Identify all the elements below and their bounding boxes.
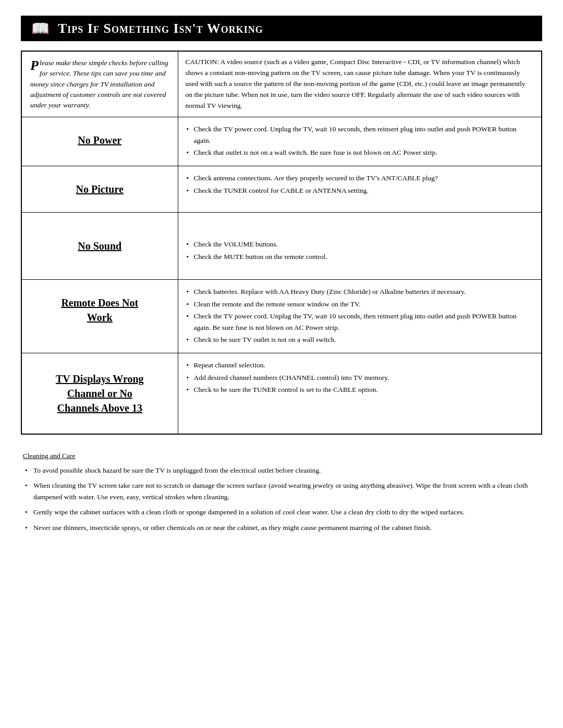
no-power-list: Check the TV power cord. Unplug the TV, …	[186, 124, 534, 158]
list-item: Add desired channel numbers (CHANNEL con…	[186, 372, 534, 384]
list-item: Check batteries. Replace with AA Heavy D…	[186, 286, 534, 298]
page-title: Tips If Something Isn't Working	[58, 21, 263, 36]
intro-cell: Please make these simple checks before c…	[21, 51, 178, 117]
no-sound-row: No Sound Check the VOLUME buttons. Check…	[21, 213, 542, 280]
tv-channel-label-cell: TV Displays WrongChannel or NoChannels A…	[21, 353, 178, 435]
list-item: When cleaning the TV screen take care no…	[23, 480, 540, 502]
intro-text: Please make these simple checks before c…	[30, 58, 169, 110]
list-item: Gently wipe the cabinet surfaces with a …	[23, 507, 540, 518]
remote-label-cell: Remote Does NotWork	[21, 280, 178, 353]
tv-channel-label: TV Displays WrongChannel or NoChannels A…	[30, 372, 169, 415]
page-header: 📖 Tips If Something Isn't Working	[21, 16, 542, 41]
remote-solutions: Check batteries. Replace with AA Heavy D…	[178, 280, 542, 353]
cleaning-list: To avoid possible shock hazard be sure t…	[23, 465, 540, 534]
cleaning-title: Cleaning and Care	[23, 450, 540, 462]
tv-channel-solutions: Repeat channel selection. Add desired ch…	[178, 353, 542, 435]
caution-cell: CAUTION: A video source (such as a video…	[178, 51, 542, 117]
no-picture-label: No Picture	[30, 182, 169, 196]
book-icon: 📖	[31, 20, 50, 37]
no-picture-solutions: Check antenna connections. Are they prop…	[178, 166, 542, 213]
list-item: Never use thinners, insecticide sprays, …	[23, 522, 540, 534]
list-item: Check the MUTE button on the remote cont…	[186, 251, 534, 263]
remote-label: Remote Does NotWork	[30, 295, 169, 325]
no-picture-row: No Picture Check antenna connections. Ar…	[21, 166, 542, 213]
no-sound-solutions: Check the VOLUME buttons. Check the MUTE…	[178, 213, 542, 280]
list-item: Check to be sure the TUNER control is se…	[186, 384, 534, 396]
list-item: Check the TUNER control for CABLE or ANT…	[186, 185, 534, 196]
list-item: Repeat channel selection.	[186, 360, 534, 371]
no-power-label: No Power	[30, 133, 169, 147]
no-power-row: No Power Check the TV power cord. Unplug…	[21, 117, 542, 166]
list-item: Check the VOLUME buttons.	[186, 239, 534, 250]
main-content-table: Please make these simple checks before c…	[21, 51, 542, 435]
tv-channel-list: Repeat channel selection. Add desired ch…	[186, 360, 534, 396]
tv-channel-row: TV Displays WrongChannel or NoChannels A…	[21, 353, 542, 435]
no-picture-list: Check antenna connections. Are they prop…	[186, 172, 534, 196]
cleaning-section: Cleaning and Care To avoid possible shoc…	[21, 450, 542, 534]
list-item: Check antenna connections. Are they prop…	[186, 172, 534, 184]
no-picture-label-cell: No Picture	[21, 166, 178, 213]
list-item: Check the TV power cord. Unplug the TV, …	[186, 124, 534, 146]
no-power-solutions: Check the TV power cord. Unplug the TV, …	[178, 117, 542, 166]
list-item: To avoid possible shock hazard be sure t…	[23, 465, 540, 476]
no-sound-label-cell: No Sound	[21, 213, 178, 280]
caution-text: CAUTION: A video source (such as a video…	[186, 58, 525, 109]
list-item: Check to be sure TV outlet is not on a w…	[186, 334, 534, 346]
remote-row: Remote Does NotWork Check batteries. Rep…	[21, 280, 542, 353]
list-item: Clean the remote and the remote sensor w…	[186, 299, 534, 310]
list-item: Check the TV power cord. Unplug the TV, …	[186, 311, 534, 333]
no-power-label-cell: No Power	[21, 117, 178, 166]
remote-list: Check batteries. Replace with AA Heavy D…	[186, 286, 534, 346]
no-sound-list: Check the VOLUME buttons. Check the MUTE…	[186, 239, 534, 262]
intro-row: Please make these simple checks before c…	[21, 51, 542, 117]
no-sound-label: No Sound	[30, 239, 169, 253]
list-item: Check that outlet is not on a wall switc…	[186, 147, 534, 158]
